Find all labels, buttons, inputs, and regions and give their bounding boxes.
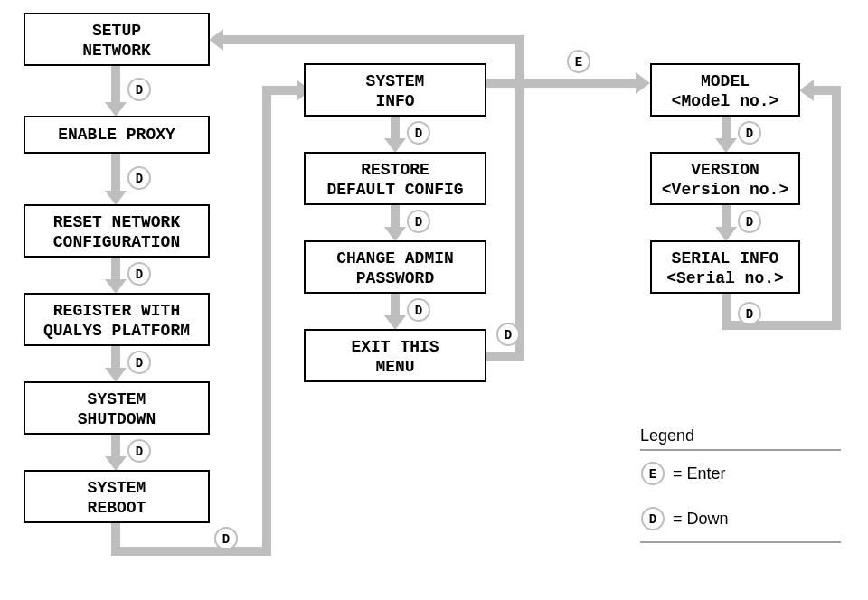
label: <Version no.> — [662, 181, 788, 199]
svg-text:D: D — [415, 127, 422, 141]
label: REGISTER WITH — [53, 302, 180, 320]
node-change-password: CHANGE ADMIN PASSWORD — [305, 241, 486, 293]
svg-text:D: D — [746, 215, 753, 230]
badge-d: D — [408, 211, 429, 232]
label: DEFAULT CONFIG — [326, 181, 463, 199]
node-serial-info: SERIAL INFO <Serial no.> — [651, 241, 799, 293]
svg-marker-24 — [799, 80, 814, 101]
legend: Legend E = Enter D = Down — [640, 427, 841, 542]
node-exit-menu: EXIT THIS MENU — [305, 330, 486, 381]
node-setup-network: SETUP NETWORK — [24, 14, 209, 65]
label: <Serial no.> — [666, 269, 784, 287]
node-model: MODEL <Model no.> — [651, 64, 799, 116]
svg-text:D: D — [505, 328, 512, 342]
label: RESTORE — [361, 161, 429, 179]
node-reboot: SYSTEM REBOOT — [24, 471, 209, 522]
node-reset-network: RESET NETWORK CONFIGURATION — [24, 205, 209, 257]
label: CONFIGURATION — [53, 233, 180, 251]
svg-marker-9 — [105, 456, 127, 471]
svg-text:D: D — [649, 512, 656, 527]
node-enable-proxy: ENABLE PROXY — [24, 117, 209, 153]
legend-title: Legend — [640, 427, 694, 445]
label: SETUP — [92, 22, 141, 40]
label: SYSTEM — [88, 390, 146, 408]
svg-text:D: D — [136, 445, 143, 459]
badge-d: D — [215, 528, 237, 549]
svg-text:E: E — [575, 55, 582, 70]
badge-d: D — [408, 299, 429, 321]
svg-marker-21 — [715, 138, 737, 153]
badge-d: D — [128, 263, 150, 285]
badge-d: D — [408, 122, 429, 144]
label: EXIT THIS — [351, 338, 439, 356]
label: SHUTDOWN — [78, 410, 156, 428]
badge-d: D — [739, 303, 760, 324]
label: MODEL — [701, 72, 750, 90]
node-restore-default: RESTORE DEFAULT CONFIG — [305, 153, 486, 204]
label: CHANGE ADMIN — [336, 249, 454, 267]
svg-text:D: D — [415, 304, 422, 318]
node-register: REGISTER WITH QUALYS PLATFORM — [24, 294, 209, 345]
badge-d: D — [128, 167, 150, 189]
svg-marker-19 — [636, 72, 650, 94]
label: MENU — [375, 358, 414, 376]
badge-d: D — [739, 122, 760, 144]
label: SYSTEM — [88, 479, 146, 497]
svg-marker-16 — [384, 315, 406, 330]
badge-d: D — [128, 79, 150, 100]
label: SERIAL INFO — [672, 249, 779, 267]
node-system-info: SYSTEM INFO — [305, 64, 486, 116]
svg-text:D: D — [222, 532, 230, 547]
node-version: VERSION <Version no.> — [651, 153, 799, 204]
svg-text:D: D — [746, 307, 753, 322]
svg-marker-7 — [105, 368, 127, 382]
legend-enter: E = Enter — [642, 463, 726, 484]
label: PASSWORD — [356, 269, 435, 287]
svg-marker-1 — [105, 102, 127, 117]
legend-enter-text: = Enter — [673, 464, 726, 483]
svg-text:D: D — [136, 83, 143, 98]
svg-marker-17 — [209, 29, 223, 51]
svg-text:D: D — [136, 267, 143, 282]
label: ENABLE PROXY — [58, 126, 175, 144]
label: RESET NETWORK — [53, 213, 181, 231]
svg-marker-23 — [715, 227, 737, 241]
svg-text:D: D — [136, 356, 143, 370]
label: VERSION — [691, 161, 760, 179]
legend-down: D = Down — [642, 508, 729, 530]
label: REBOOT — [88, 499, 146, 517]
svg-marker-3 — [105, 191, 127, 205]
label: INFO — [375, 92, 414, 110]
badge-d: D — [128, 440, 150, 462]
label: <Model no.> — [672, 92, 779, 110]
badge-d: D — [497, 323, 519, 345]
diagram: SETUP NETWORK ENABLE PROXY RESET NETWORK… — [0, 0, 868, 600]
badge-d: D — [128, 352, 150, 373]
label: SYSTEM — [366, 72, 425, 90]
svg-marker-14 — [384, 227, 406, 241]
badge-d: D — [739, 211, 760, 232]
legend-down-text: = Down — [673, 510, 729, 528]
svg-text:D: D — [136, 172, 143, 186]
badge-e: E — [568, 51, 590, 72]
svg-text:E: E — [649, 467, 656, 482]
svg-marker-12 — [384, 138, 406, 153]
svg-text:D: D — [415, 215, 422, 230]
svg-text:D: D — [746, 127, 753, 141]
label: QUALYS PLATFORM — [43, 322, 190, 340]
node-shutdown: SYSTEM SHUTDOWN — [24, 382, 209, 434]
label: NETWORK — [82, 42, 151, 60]
svg-marker-5 — [105, 279, 127, 294]
